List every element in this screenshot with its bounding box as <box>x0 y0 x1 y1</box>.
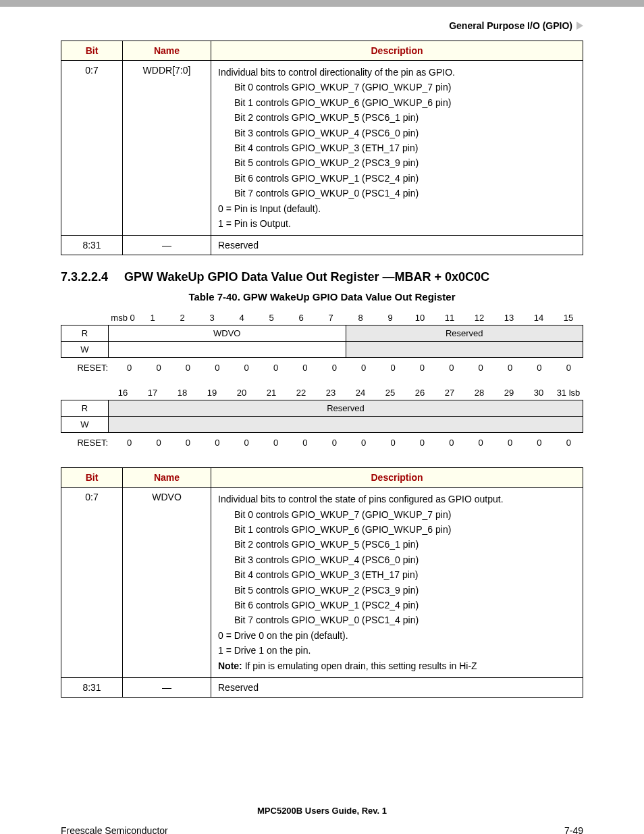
bit-number: 12 <box>464 311 494 325</box>
bit-number: 19 <box>197 386 227 400</box>
reset-value: 0 <box>378 361 407 375</box>
rw-box-hi: R W WDVOReserved <box>61 325 583 358</box>
field-name: WDVO <box>123 488 211 678</box>
rw-write-label: W <box>61 417 108 433</box>
bit-number: 6 <box>286 311 316 325</box>
footer-doc-title: MPC5200B Users Guide, Rev. 1 <box>61 806 583 816</box>
reset-value: 0 <box>232 361 261 375</box>
value-meaning: 0 = Pin is Input (default). <box>218 201 576 216</box>
table-row: 0:7 WDVO Individual bits to control the … <box>61 488 583 678</box>
field-description: Reserved <box>211 677 583 697</box>
reset-value: 0 <box>173 436 203 450</box>
footer-vendor: Freescale Semiconductor <box>61 825 168 834</box>
reserved-field <box>109 417 583 432</box>
value-meaning: 0 = Drive 0 on the pin (default). <box>218 628 576 643</box>
bit-number: 11 <box>435 311 464 325</box>
reset-value: 0 <box>378 436 407 450</box>
reset-value: 0 <box>144 436 173 450</box>
reset-value: 0 <box>525 361 554 375</box>
reset-value: 0 <box>554 361 583 375</box>
bit-number: msb 0 <box>108 311 138 325</box>
reset-value: 0 <box>495 361 525 375</box>
desc-intro: Individual bits to control directionalit… <box>218 65 576 80</box>
field-description: Reserved <box>211 236 583 255</box>
bit-line: Bit 0 controls GPIO_WKUP_7 (GPIO_WKUP_7 … <box>234 80 576 95</box>
bit-number: 4 <box>227 311 257 325</box>
bit-line: Bit 7 controls GPIO_WKUP_0 (PSC1_4 pin) <box>234 186 576 201</box>
bit-range: 8:31 <box>61 677 123 697</box>
reset-value: 0 <box>173 361 203 375</box>
field-name: WDDR[7:0] <box>123 61 211 236</box>
field-name: — <box>123 677 211 697</box>
field-description: Individual bits to control directionalit… <box>211 61 583 236</box>
rw-read-label: R <box>61 325 108 342</box>
chapter-arrow-icon <box>576 22 583 30</box>
bit-line: Bit 1 controls GPIO_WKUP_6 (GPIO_WKUP_6 … <box>234 95 576 110</box>
reset-value: 0 <box>203 436 232 450</box>
bit-number: 1 <box>138 311 167 325</box>
bit-number: 26 <box>405 386 435 400</box>
bit-range: 0:7 <box>61 61 123 236</box>
rw-write-label: W <box>61 342 108 358</box>
bit-number: 18 <box>167 386 197 400</box>
bit-number: 24 <box>346 386 375 400</box>
top-accent-bar <box>0 0 644 7</box>
col-name: Name <box>123 41 211 61</box>
bit-number: 10 <box>405 311 435 325</box>
reset-value: 0 <box>261 361 290 375</box>
reserved-field: Reserved <box>346 325 583 341</box>
table-header-row: Bit Name Description <box>61 468 583 488</box>
reset-value: 0 <box>290 361 319 375</box>
bit-line: Bit 4 controls GPIO_WKUP_3 (ETH_17 pin) <box>234 567 576 582</box>
col-name: Name <box>123 468 211 488</box>
col-bit: Bit <box>61 41 123 61</box>
reset-value: 0 <box>203 361 232 375</box>
desc-intro: Individual bits to control the state of … <box>218 492 576 506</box>
reset-value: 0 <box>525 436 554 450</box>
bit-number: 2 <box>167 311 197 325</box>
reset-value: 0 <box>466 436 495 450</box>
reset-value: 0 <box>349 361 378 375</box>
bit-line: Bit 6 controls GPIO_WKUP_1 (PSC2_4 pin) <box>234 171 576 186</box>
section-heading: 7.3.2.2.4GPW WakeUp GPIO Data Value Out … <box>61 270 583 284</box>
reset-value: 0 <box>261 436 290 450</box>
rw-read-label: R <box>61 400 108 417</box>
bit-line: Bit 7 controls GPIO_WKUP_0 (PSC1_4 pin) <box>234 613 576 627</box>
reset-value: 0 <box>437 361 466 375</box>
bit-number: 9 <box>375 311 405 325</box>
value-meaning: 1 = Drive 1 on the pin. <box>218 643 576 658</box>
reset-value: 0 <box>320 436 349 450</box>
value-meaning: 1 = Pin is Output. <box>218 216 576 231</box>
bit-range: 8:31 <box>61 236 123 255</box>
note-label: Note: <box>218 660 242 671</box>
bit-number: 13 <box>494 311 524 325</box>
footer-page-number: 7-49 <box>564 825 583 834</box>
table-row: 0:7 WDDR[7:0] Individual bits to control… <box>61 61 583 236</box>
bit-number: 15 <box>554 311 583 325</box>
bit-number: 21 <box>257 386 286 400</box>
table-caption: Table 7-40. GPW WakeUp GPIO Data Value O… <box>61 291 583 303</box>
reset-value: 0 <box>232 436 261 450</box>
bit-number: 23 <box>316 386 346 400</box>
wddr-description-table: Bit Name Description 0:7 WDDR[7:0] Indiv… <box>61 41 583 255</box>
reset-value: 0 <box>115 436 144 450</box>
bit-range: 0:7 <box>61 488 123 678</box>
field-description: Individual bits to control the state of … <box>211 488 583 678</box>
reset-row-hi: RESET: 0000000000000000 <box>61 361 583 375</box>
bit-number: 20 <box>227 386 257 400</box>
reset-value: 0 <box>408 436 437 450</box>
chapter-title: General Purpose I/O (GPIO) <box>449 20 572 31</box>
bit-number: 29 <box>494 386 524 400</box>
reset-value: 0 <box>495 436 525 450</box>
table-header-row: Bit Name Description <box>61 41 583 61</box>
bit-line: Bit 1 controls GPIO_WKUP_6 (GPIO_WKUP_6 … <box>234 522 576 537</box>
bit-number: 5 <box>257 311 286 325</box>
field-name: — <box>123 236 211 255</box>
bit-line: Bit 6 controls GPIO_WKUP_1 (PSC2_4 pin) <box>234 598 576 613</box>
section-title: GPW WakeUp GPIO Data Value Out Register … <box>124 270 489 284</box>
reset-value: 0 <box>115 361 144 375</box>
reset-value: 0 <box>466 361 495 375</box>
bit-number: 31 lsb <box>554 386 583 400</box>
table-row: 8:31 — Reserved <box>61 677 583 697</box>
bit-line: Bit 3 controls GPIO_WKUP_4 (PSC6_0 pin) <box>234 552 576 567</box>
